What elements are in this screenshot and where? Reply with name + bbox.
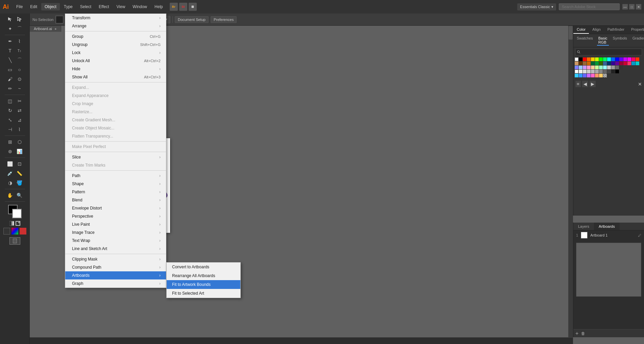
pencil-tool[interactable]: ✏: [6, 84, 15, 93]
properties-tab[interactable]: Properties: [628, 26, 644, 34]
workspace-selector[interactable]: Essentials Classic ▾: [517, 3, 556, 10]
scale-tool[interactable]: ⤡: [6, 116, 15, 124]
stock-icon[interactable]: St: [179, 3, 187, 11]
scissors-tool[interactable]: ✂: [15, 97, 24, 105]
free-transform-tool[interactable]: ⊞: [6, 138, 15, 146]
swatch-medium-gray[interactable]: [611, 66, 615, 69]
menu-edit[interactable]: Edit: [27, 3, 41, 10]
swatch-dark-gray[interactable]: [615, 66, 619, 69]
swatch-olive[interactable]: [599, 62, 603, 65]
swatch-blue-violet[interactable]: [575, 66, 578, 69]
artboard-tool[interactable]: ⬜: [6, 159, 15, 168]
canvas-tab[interactable]: Artboard.ai ●: [30, 26, 61, 32]
swatch-mint[interactable]: [599, 66, 603, 69]
curvature-tool[interactable]: ⌇: [15, 37, 24, 46]
rotate-tool[interactable]: ↻: [6, 106, 15, 115]
menu-view[interactable]: View: [113, 3, 129, 10]
stroke-color-box[interactable]: [55, 16, 64, 24]
menu-lock[interactable]: Lock ›: [65, 49, 166, 57]
swatch-silver[interactable]: [591, 70, 595, 73]
direct-selection-tool[interactable]: [15, 15, 24, 24]
swatch-salmon[interactable]: [595, 74, 599, 77]
perspective-tool[interactable]: ⬡: [15, 138, 24, 146]
submenu-convert-artboards[interactable]: Convert to Artboards: [167, 263, 240, 271]
artboards-tab[interactable]: Artboards: [594, 223, 620, 230]
swatch-steel-blue[interactable]: [603, 62, 607, 65]
swatch-gray-5[interactable]: [607, 70, 611, 73]
column-graph-tool[interactable]: 📊: [15, 147, 24, 156]
swatch-brown[interactable]: [579, 62, 582, 65]
menu-shape[interactable]: Shape ›: [65, 180, 166, 188]
swatch-tan[interactable]: [575, 62, 578, 65]
swatch-gold[interactable]: [599, 74, 603, 77]
menu-type[interactable]: Type: [61, 3, 76, 10]
menu-envelope-distort[interactable]: Envelope Distort ›: [65, 204, 166, 212]
submenu-rearrange-artboards[interactable]: Rearrange All Artboards: [167, 271, 240, 280]
menu-gradient-mesh[interactable]: Create Gradient Mesh...: [65, 116, 166, 124]
selection-tool[interactable]: [6, 15, 15, 24]
swatch-gray-3[interactable]: [599, 70, 603, 73]
swatch-charcoal[interactable]: [619, 66, 623, 69]
blob-brush-tool[interactable]: ⊙: [15, 75, 24, 83]
hand-tool[interactable]: ✋: [6, 191, 15, 200]
swatch-dark-tan[interactable]: [583, 62, 587, 65]
menu-flatten-transparency[interactable]: Flatten Transparency...: [65, 132, 166, 140]
bridge-icon[interactable]: Br: [170, 3, 178, 11]
swatch-spring-green[interactable]: [603, 57, 607, 61]
menu-hide[interactable]: Hide ›: [65, 65, 166, 73]
menu-expand-appearance[interactable]: Expand Appearance: [65, 92, 166, 100]
swatch-pink-2[interactable]: [591, 74, 595, 77]
swatch-navy[interactable]: [607, 62, 611, 65]
submenu-fit-artwork-bounds[interactable]: Fit to Artwork Bounds: [167, 280, 240, 289]
reflect-tool[interactable]: ⇄: [15, 106, 24, 115]
type-tool[interactable]: T: [6, 46, 15, 55]
pathfinder-tab[interactable]: Pathfinder: [604, 26, 628, 34]
lasso-tool[interactable]: ⌒: [15, 24, 24, 33]
menu-transform[interactable]: Transform ›: [65, 14, 166, 22]
swatch-rose[interactable]: [627, 62, 631, 65]
menu-artboards[interactable]: Artboards ›: [65, 271, 166, 279]
swatch-medium-green[interactable]: [595, 62, 599, 65]
width-tool[interactable]: ⊣: [6, 125, 15, 134]
swatch-black[interactable]: [579, 57, 582, 61]
menu-arrange[interactable]: Arrange ›: [65, 22, 166, 30]
color-options[interactable]: [20, 228, 26, 235]
stroke-color[interactable]: [12, 209, 22, 218]
magic-wand-tool[interactable]: ✦: [6, 24, 15, 33]
swatch-orange[interactable]: [587, 57, 591, 61]
color-tab[interactable]: Color: [573, 26, 589, 34]
menu-object[interactable]: Object: [41, 3, 60, 10]
submenu-fit-selected-art[interactable]: Fit to Selected Art: [167, 289, 240, 298]
swatch-transparent[interactable]: [603, 74, 607, 77]
color-search-bar[interactable]: [575, 49, 642, 55]
rectangle-tool[interactable]: ▭: [6, 65, 15, 74]
symbol-sprayer-tool[interactable]: ⊛: [6, 147, 15, 156]
panel-prev-icon[interactable]: ◀: [582, 81, 588, 87]
stock-search-input[interactable]: [559, 3, 620, 10]
warp-tool[interactable]: ⌇: [15, 125, 24, 134]
menu-group[interactable]: Group Ctrl+G: [65, 32, 166, 41]
menu-file[interactable]: File: [13, 3, 26, 10]
delete-artboard-icon[interactable]: 🗑: [581, 331, 585, 336]
swatch-light-gray-2[interactable]: [587, 70, 591, 73]
live-paint-tool[interactable]: 🪣: [15, 178, 24, 187]
swatch-magenta[interactable]: [627, 57, 631, 61]
swatch-purple[interactable]: [623, 57, 627, 61]
basic-rgb-subtab[interactable]: Basic RGB: [597, 35, 609, 46]
menu-pixel-perfect[interactable]: Make Pixel Perfect: [65, 143, 166, 151]
menu-compound-path[interactable]: Compound Path ›: [65, 263, 166, 271]
swatch-indigo[interactable]: [611, 62, 615, 65]
grid-icon[interactable]: ⊞: [189, 3, 197, 11]
preferences-button[interactable]: Preferences: [211, 16, 237, 23]
menu-ungroup[interactable]: Ungroup Shift+Ctrl+G: [65, 41, 166, 49]
swatch-gray-4[interactable]: [603, 70, 607, 73]
menu-text-wrap[interactable]: Text Wrap ›: [65, 237, 166, 245]
menu-unlock-all[interactable]: Unlock All Alt+Ctrl+2: [65, 57, 166, 65]
swatch-burnt-orange[interactable]: [587, 62, 591, 65]
close-button[interactable]: ✕: [636, 4, 641, 9]
menu-object-mosaic[interactable]: Create Object Mosaic...: [65, 124, 166, 132]
swatch-light-blue[interactable]: [579, 66, 582, 69]
panel-close-icon[interactable]: ✕: [638, 81, 642, 87]
paintbrush-tool[interactable]: 🖌: [6, 75, 15, 83]
shear-tool[interactable]: ⊿: [15, 116, 24, 124]
